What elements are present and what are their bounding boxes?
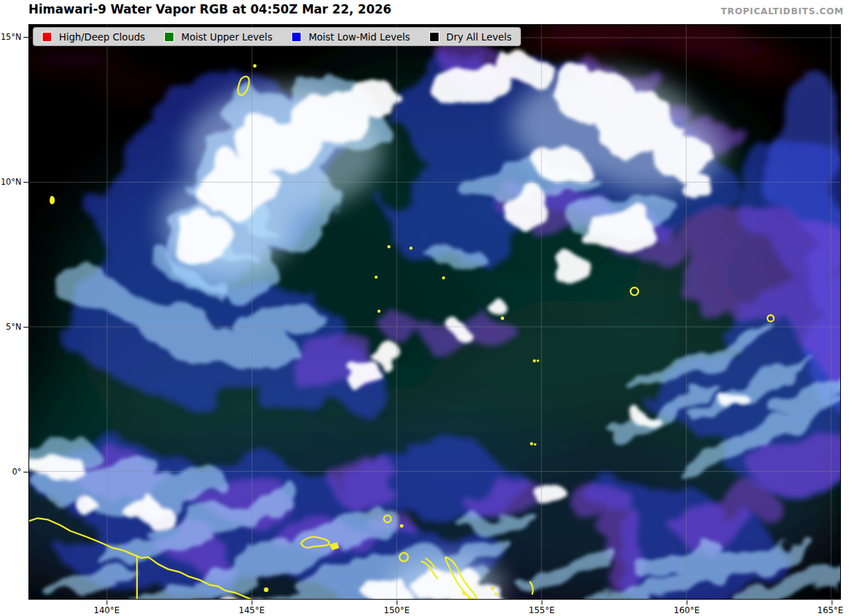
x-axis-label: 165°E xyxy=(809,605,852,615)
y-axis-label: 0° xyxy=(0,466,21,477)
x-axis-tick xyxy=(107,600,107,605)
legend-item-moist-low-mid-levels: Moist Low-Mid Levels xyxy=(291,31,410,43)
legend-swatch-black xyxy=(429,32,439,42)
y-axis-tick xyxy=(23,182,28,183)
satellite-image xyxy=(29,25,840,599)
legend-label: Moist Upper Levels xyxy=(181,31,272,43)
legend: High/Deep Clouds Moist Upper Levels Mois… xyxy=(33,27,521,46)
satellite-map: High/Deep Clouds Moist Upper Levels Mois… xyxy=(28,24,841,600)
x-axis-label: 145°E xyxy=(230,605,273,615)
screenshot-root: Himawari-9 Water Vapor RGB at 04:50Z Mar… xyxy=(0,0,853,616)
y-axis-tick xyxy=(23,327,28,328)
x-axis-tick xyxy=(397,600,397,605)
legend-label: High/Deep Clouds xyxy=(59,31,145,43)
x-axis-tick xyxy=(832,600,832,605)
x-axis-label: 160°E xyxy=(665,605,708,615)
x-axis-tick xyxy=(252,600,252,605)
legend-swatch-blue xyxy=(291,32,301,42)
page-title: Himawari-9 Water Vapor RGB at 04:50Z Mar… xyxy=(28,2,392,16)
x-axis-label: 155°E xyxy=(520,605,563,615)
x-axis-tick xyxy=(687,600,687,605)
y-axis-tick xyxy=(23,37,28,38)
legend-item-moist-upper-levels: Moist Upper Levels xyxy=(164,31,272,43)
y-axis-label: 5°N xyxy=(0,321,21,333)
y-axis-label: 15°N xyxy=(0,31,21,43)
y-axis-label: 10°N xyxy=(0,176,21,188)
x-axis-label: 140°E xyxy=(85,605,128,615)
legend-label: Dry All Levels xyxy=(446,31,512,43)
x-axis-label: 150°E xyxy=(375,605,418,615)
legend-label: Moist Low-Mid Levels xyxy=(309,31,410,43)
legend-item-high-deep-clouds: High/Deep Clouds xyxy=(42,31,145,43)
legend-item-dry-all-levels: Dry All Levels xyxy=(429,31,512,43)
legend-swatch-green xyxy=(164,32,174,42)
y-axis-tick xyxy=(23,472,28,472)
x-axis-tick xyxy=(542,600,542,605)
watermark: TROPICALTIDBITS.COM xyxy=(721,6,844,16)
legend-swatch-red xyxy=(42,32,52,42)
